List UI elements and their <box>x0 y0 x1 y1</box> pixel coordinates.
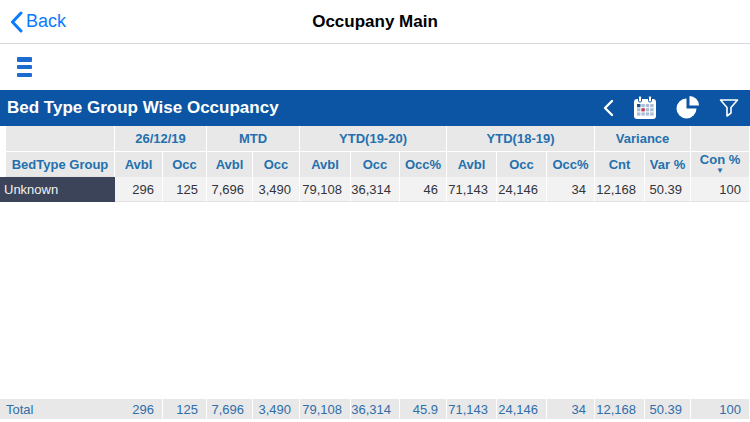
filter-icon[interactable] <box>718 97 740 119</box>
total-cell: 12,168 <box>595 399 645 419</box>
cell: 34 <box>547 177 595 202</box>
total-cell: 24,146 <box>497 399 547 419</box>
report-toolbar: Bed Type Group Wise Occupancy <box>0 90 750 126</box>
table-row-unknown[interactable]: Unknown 296 125 7,696 3,490 79,108 36,31… <box>0 177 750 202</box>
row-label[interactable]: Unknown <box>0 177 115 202</box>
cell: 71,143 <box>447 177 497 202</box>
col-cnt[interactable]: Cnt <box>595 151 645 177</box>
cell: 100 <box>691 177 750 202</box>
cell: 3,490 <box>253 177 300 202</box>
total-cell: 36,314 <box>351 399 400 419</box>
total-cell: 34 <box>547 399 595 419</box>
total-cell: 45.9 <box>400 399 447 419</box>
total-row: Total 296 125 7,696 3,490 79,108 36,314 … <box>0 399 750 419</box>
total-cell: 296 <box>115 399 163 419</box>
page-title: Occupany Main <box>312 12 438 32</box>
cell: 46 <box>400 177 447 202</box>
cell: 36,314 <box>351 177 400 202</box>
col-occpct-1[interactable]: Occ% <box>400 151 447 177</box>
cell: 12,168 <box>595 177 645 202</box>
sort-desc-icon: ▼ <box>716 165 724 176</box>
col-occ-2[interactable]: Occ <box>253 151 300 177</box>
group-variance: Variance <box>595 126 691 151</box>
col-occpct-2[interactable]: Occ% <box>547 151 595 177</box>
group-blank <box>0 126 115 151</box>
total-cell: 125 <box>163 399 207 419</box>
cell: 7,696 <box>207 177 253 202</box>
back-label: Back <box>26 11 66 32</box>
col-conpct[interactable]: Con % ▼ <box>691 151 750 177</box>
col-occ-3[interactable]: Occ <box>351 151 400 177</box>
nav-bar: Back Occupany Main <box>0 0 750 44</box>
col-occ-4[interactable]: Occ <box>497 151 547 177</box>
back-chevron-icon <box>10 11 23 33</box>
occupancy-table: 26/12/19 MTD YTD(19-20) YTD(18-19) Varia… <box>0 126 750 202</box>
group-ytd-19-20: YTD(19-20) <box>300 126 447 151</box>
group-header-row: 26/12/19 MTD YTD(19-20) YTD(18-19) Varia… <box>0 126 750 151</box>
cell: 296 <box>115 177 163 202</box>
toolbar-icons <box>601 95 740 121</box>
calendar-icon[interactable] <box>632 95 658 121</box>
col-avbl-4[interactable]: Avbl <box>447 151 497 177</box>
cell: 24,146 <box>497 177 547 202</box>
total-label: Total <box>0 399 115 419</box>
report-title: Bed Type Group Wise Occupancy <box>7 98 601 118</box>
total-cell: 71,143 <box>447 399 497 419</box>
cell: 125 <box>163 177 207 202</box>
total-cell: 7,696 <box>207 399 253 419</box>
total-cell: 50.39 <box>645 399 691 419</box>
col-avbl-1[interactable]: Avbl <box>115 151 163 177</box>
menu-strip <box>0 44 750 90</box>
col-varpct[interactable]: Var % <box>645 151 691 177</box>
total-cell: 100 <box>691 399 750 419</box>
group-26-12-19: 26/12/19 <box>115 126 207 151</box>
total-cell: 79,108 <box>300 399 351 419</box>
back-button[interactable]: Back <box>10 0 66 43</box>
col-avbl-3[interactable]: Avbl <box>300 151 351 177</box>
col-conpct-label: Con % <box>700 154 740 165</box>
cell: 50.39 <box>645 177 691 202</box>
totals-table: Total 296 125 7,696 3,490 79,108 36,314 … <box>0 399 750 419</box>
cell: 79,108 <box>300 177 351 202</box>
occupancy-screen: Back Occupany Main Bed Type Group Wise O… <box>0 0 750 422</box>
col-bedtype-group[interactable]: BedType Group <box>0 151 115 177</box>
collapse-icon[interactable] <box>601 98 615 118</box>
group-blank-end <box>691 126 750 151</box>
group-ytd-18-19: YTD(18-19) <box>447 126 595 151</box>
hamburger-menu-icon[interactable] <box>17 57 32 77</box>
total-cell: 3,490 <box>253 399 300 419</box>
column-header-row: BedType Group Avbl Occ Avbl Occ Avbl Occ… <box>0 151 750 177</box>
col-occ-1[interactable]: Occ <box>163 151 207 177</box>
pie-chart-icon[interactable] <box>675 95 701 121</box>
group-mtd: MTD <box>207 126 300 151</box>
content-spacer <box>0 202 750 399</box>
col-avbl-2[interactable]: Avbl <box>207 151 253 177</box>
